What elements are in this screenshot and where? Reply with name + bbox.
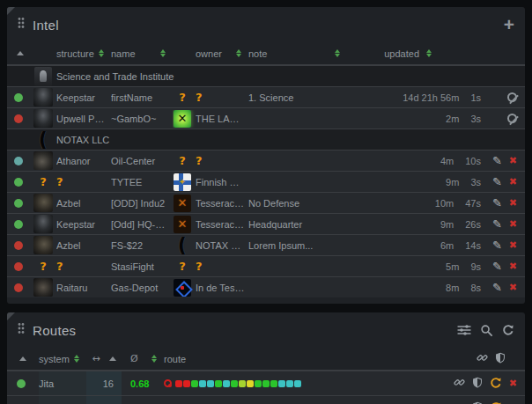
structure-icon-cell <box>33 151 56 170</box>
updated-main: 9m <box>440 219 454 230</box>
intel-table-row[interactable]: ??StasiFight??5m9s✎✖ <box>7 255 525 276</box>
shield-icon[interactable] <box>472 377 483 390</box>
intel-table-row[interactable]: ??TYTEE✦Finnish Dee...9m3s✎✖ <box>7 171 525 192</box>
link-icon[interactable] <box>454 377 465 390</box>
group-icon-cell <box>33 67 56 86</box>
azbel-thumb-icon <box>33 194 53 212</box>
delete-icon[interactable]: ✖ <box>509 176 517 187</box>
updated-seconds: 3s <box>470 114 481 124</box>
routes-table-row[interactable]: JU-M3W280.34✖ <box>7 395 525 404</box>
header-sort-status[interactable] <box>7 42 33 64</box>
edit-icon[interactable]: ✎ <box>492 260 502 273</box>
structure-cell: Azbel <box>56 198 111 209</box>
status-cell <box>7 262 33 271</box>
add-intel-button[interactable]: + <box>504 16 514 33</box>
edit-icon[interactable]: ✎ <box>492 239 502 252</box>
delete-icon[interactable]: ✖ <box>509 378 517 389</box>
updated-cell: 6m14s <box>347 240 484 251</box>
route-jump-red <box>183 380 190 387</box>
system-cell[interactable]: Jita <box>39 371 86 395</box>
ban-icon[interactable] <box>507 114 517 123</box>
route-jump-teal <box>199 380 206 387</box>
panel-fold-corner <box>7 7 15 15</box>
route-jump-red <box>175 380 182 387</box>
intel-table-row[interactable]: Azbel[ODD] Indu2✕Tesseract C...No Defens… <box>7 192 525 213</box>
delete-icon[interactable]: ✖ <box>509 218 517 230</box>
structure-cell: Upwell Pal... <box>56 114 111 124</box>
name-cell: FS-$22 <box>111 240 173 251</box>
routes-table-header: system ↔ Ø route <box>7 348 525 371</box>
header-updated[interactable]: updated <box>347 42 484 64</box>
intel-table-row[interactable]: AzbelFS-$22(NOTAX LLCLorem Ipsum...6m14s… <box>7 234 525 255</box>
drag-handle-icon[interactable] <box>18 322 25 338</box>
security-icon: Ø <box>130 353 138 364</box>
drag-handle-icon[interactable] <box>18 17 25 33</box>
intel-table-row[interactable]: RaitaruGas-DepotIn de Tesch8m8s✎✖ <box>7 276 525 297</box>
sort-asc-icon <box>109 356 116 361</box>
sliders-icon[interactable] <box>457 323 471 337</box>
header-route[interactable]: route <box>164 348 454 370</box>
owner-icon-cell: ( <box>173 237 196 254</box>
owner-cell: ? <box>196 260 248 273</box>
header-note[interactable]: note <box>248 42 347 64</box>
refresh-icon[interactable] <box>502 324 514 336</box>
delete-icon[interactable]: ✖ <box>509 282 517 293</box>
refresh-icon[interactable] <box>490 377 502 391</box>
name-cell: [ODD] Indu2 <box>111 198 173 209</box>
routes-panel: Routes system ↔ Ø route Jita160.68✖JU-M3… <box>7 312 525 404</box>
status-dot-red <box>14 283 23 292</box>
search-icon[interactable] <box>480 324 493 337</box>
updated-main: 5m <box>446 261 459 272</box>
header-structure[interactable]: structure <box>56 42 111 64</box>
updated-seconds: 14s <box>465 240 481 251</box>
intel-group-row[interactable]: Science and Trade Institute <box>7 65 525 86</box>
group-label: Science and Trade Institute <box>56 71 525 82</box>
keepstar-thumb-icon <box>33 109 53 128</box>
tesseract-logo-icon: ✕ <box>174 216 191 233</box>
header-owner[interactable]: owner <box>196 42 248 64</box>
intel-table-row[interactable]: AthanorOil-Center??4m10s✎✖ <box>7 150 525 171</box>
route-jump-teal <box>223 380 230 387</box>
updated-cell: 4m10s <box>347 156 484 166</box>
updated-seconds: 10s <box>465 156 481 166</box>
status-dot-red <box>14 114 23 123</box>
header-security[interactable]: Ø <box>122 348 164 370</box>
panel-title: Routes <box>33 323 76 338</box>
intel-table-row[interactable]: Keepstar[Odd] HQ-One✕Tesseract C...Headq… <box>7 213 525 234</box>
edit-icon[interactable]: ✎ <box>492 175 502 188</box>
delete-icon[interactable]: ✖ <box>509 239 517 251</box>
header-sort-status[interactable] <box>7 348 39 370</box>
intel-group-row[interactable]: (NOTAX LLC <box>7 129 525 150</box>
status-cell <box>7 199 33 208</box>
system-cell[interactable]: JU-M3W <box>39 396 86 404</box>
intel-table-row[interactable]: KeepstarfirstName??1. Science14d 21h 56m… <box>7 86 525 107</box>
refresh-icon[interactable] <box>490 401 502 404</box>
edit-icon[interactable]: ✎ <box>492 196 502 209</box>
crescent-logo-icon: ( <box>174 237 191 254</box>
actions-cell: ✖ <box>454 377 525 391</box>
structure-icon-cell: ? <box>33 175 56 188</box>
routes-panel-header: Routes <box>7 312 525 348</box>
route-jump-teal <box>294 380 301 387</box>
intel-table-row[interactable]: Upwell Pal...~GambO~✕THE LAST A...2m3s <box>7 107 525 129</box>
status-dot-green <box>14 178 23 187</box>
delete-icon[interactable]: ✖ <box>509 261 517 272</box>
edit-icon[interactable]: ✎ <box>492 217 502 231</box>
status-dot-red <box>14 241 23 250</box>
edit-icon[interactable]: ✎ <box>492 154 502 167</box>
updated-seconds: 47s <box>465 198 481 209</box>
updated-seconds: 26s <box>465 219 481 230</box>
delete-icon[interactable]: ✖ <box>509 197 517 209</box>
ban-icon[interactable] <box>507 92 517 102</box>
status-dot-red <box>14 262 23 271</box>
owner-icon-cell: ? <box>173 154 196 167</box>
header-name[interactable]: name <box>111 42 173 64</box>
header-jumps[interactable]: ↔ <box>86 348 122 370</box>
actions-cell <box>484 114 525 123</box>
actions-cell: ✖ <box>454 401 525 404</box>
routes-table-row[interactable]: Jita160.68✖ <box>7 371 525 395</box>
header-system[interactable]: system <box>39 348 86 370</box>
delete-icon[interactable]: ✖ <box>509 155 517 166</box>
edit-icon[interactable]: ✎ <box>492 281 502 294</box>
sort-both-icon <box>160 49 166 57</box>
